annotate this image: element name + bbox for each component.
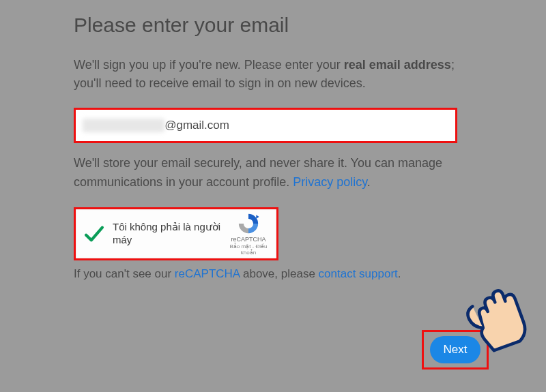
intro-bold: real email address [344, 58, 451, 72]
next-button[interactable]: Next [430, 336, 480, 363]
recaptcha-link[interactable]: reCAPTCHA [175, 267, 240, 280]
storage-pre: We'll store your email securely, and nev… [74, 156, 442, 189]
recaptcha-legal-links: Bảo mật - Điều khoản [226, 243, 271, 256]
recaptcha-brand: reCAPTCHA Bảo mật - Điều khoản [226, 212, 271, 256]
storage-text: We'll store your email securely, and nev… [74, 154, 457, 192]
storage-post: . [367, 175, 371, 189]
recaptcha-privacy[interactable]: Bảo mật [229, 243, 250, 250]
fallback-mid: above, please [240, 267, 318, 280]
recaptcha-icon [237, 212, 260, 235]
fallback-post: . [398, 267, 401, 280]
email-input[interactable] [164, 119, 448, 132]
intro-pre: We'll sign you up if you're new. Please … [74, 58, 344, 72]
checkmark-icon [83, 222, 106, 245]
next-button-highlight: Next [422, 330, 489, 370]
recaptcha-widget[interactable]: Tôi không phải là người máy reCAPTCHA Bả… [74, 207, 278, 260]
intro-text: We'll sign you up if you're new. Please … [74, 56, 471, 93]
contact-support-link[interactable]: contact support [319, 267, 398, 280]
page-title: Please enter your email [74, 14, 471, 37]
recaptcha-sep: - [250, 243, 255, 250]
email-redacted-prefix [83, 119, 164, 132]
privacy-policy-link[interactable]: Privacy policy [293, 175, 367, 189]
recaptcha-label: Tôi không phải là người máy [106, 221, 226, 247]
recaptcha-fallback-text: If you can't see our reCAPTCHA above, pl… [74, 267, 471, 281]
fallback-pre: If you can't see our [74, 267, 175, 280]
recaptcha-brand-name: reCAPTCHA [231, 236, 265, 243]
svg-marker-0 [256, 215, 259, 219]
email-field-highlight [74, 108, 457, 143]
